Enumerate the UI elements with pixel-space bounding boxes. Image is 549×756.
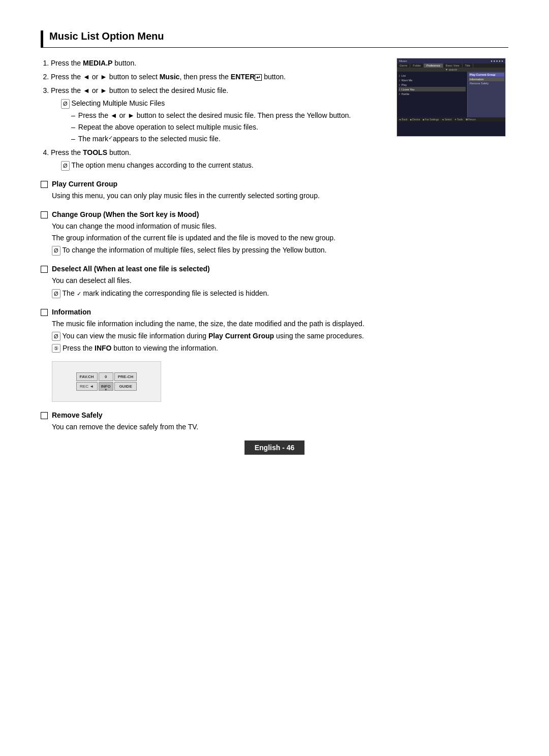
section-deselect-note-text: The ✓ mark indicating the corresponding …	[63, 288, 269, 299]
section-info-note2: ⑤ Press the INFO button to viewing the i…	[52, 343, 386, 354]
page-title: Music List Option Menu	[41, 30, 508, 48]
remote-row-2: REC ◄ INFO ▼ GUIDE	[76, 382, 137, 391]
section-play-body: Using this menu, you can only play music…	[41, 190, 386, 201]
step4-note: Ø The option menu changes according to t…	[61, 160, 386, 171]
section-remove-body: You can remove the device safely from th…	[41, 421, 386, 432]
tv-tab-folder: Folder	[410, 64, 424, 68]
steps-list: Press the MEDIA.P button. Press the ◄ or…	[41, 58, 386, 171]
tv-tab-title: Title	[463, 64, 473, 68]
section-change-title: Change Group (When the Sort key is Mood)	[52, 210, 199, 218]
step4-indent: Ø The option menu changes according to t…	[51, 160, 386, 171]
note-icon-1: ♪	[399, 74, 401, 77]
remote-prech: PRE-CH	[114, 372, 137, 381]
note-icon-info2: ⑤	[52, 344, 60, 353]
remote-0: 0	[99, 372, 113, 381]
selecting-note: Ø Selecting Multiple Music Files	[61, 98, 386, 109]
tv-header: Music ● ● ● ● ●	[397, 58, 505, 64]
note-icon-4: ♪	[399, 87, 401, 91]
section-info-title: Information	[52, 308, 91, 316]
tv-header-dots: ● ● ● ● ●	[491, 59, 503, 62]
info-note2-bold: INFO	[95, 344, 111, 352]
page-container: Music List Option Menu Press the MEDIA.P…	[0, 0, 549, 475]
remote-image: FAV.CH 0 PRE-CH REC ◄ INFO ▼ GUIDE	[52, 361, 161, 402]
tv-list-item-2: ♪Want Me	[399, 78, 466, 82]
step-4: Press the TOOLS button. Ø The option men…	[51, 147, 386, 171]
tv-footer: ◄ Back ■ Device ■ Fav Settings ◄ Select …	[397, 117, 505, 121]
tv-search-bar: ▼ search	[397, 68, 505, 72]
checkbox-info	[41, 309, 48, 316]
checkmark-symbol: ✓	[108, 134, 113, 144]
tv-footer-tools: ✦ Tools	[454, 118, 463, 121]
section-play-text: Using this menu, you can only play music…	[52, 190, 386, 201]
main-content: Press the MEDIA.P button. Press the ◄ or…	[41, 58, 508, 434]
text-content: Press the MEDIA.P button. Press the ◄ or…	[41, 58, 386, 434]
tv-tab-preference: Preference	[424, 64, 443, 68]
section-change-body: You can change the mood information of m…	[41, 220, 386, 256]
right-image-area: Music ● ● ● ● ● Genre Folder Preference …	[396, 58, 508, 434]
section-play-title: Play Current Group	[52, 180, 117, 188]
footer-english-label: English - 46	[245, 440, 305, 455]
tv-menu: Play Current Group Information Remove Sa…	[467, 72, 505, 117]
step1-media-bold: MEDIA.P	[83, 59, 112, 67]
info-note1-bold: Play Current Group	[208, 332, 274, 340]
section-deselect-body: You can deselect all files. Ø The ✓ mark…	[41, 275, 386, 298]
note-icon-change: Ø	[52, 246, 60, 256]
section-remove-text: You can remove the device safely from th…	[52, 421, 386, 432]
section-info-note2-text: Press the INFO button to viewing the inf…	[63, 343, 218, 354]
note-icon-step4: Ø	[61, 161, 70, 171]
note-icon-2: ♪	[399, 78, 401, 82]
step4-note-text: The option menu changes according to the…	[72, 160, 254, 171]
dash-item-1: Press the ◄ or ► button to select the de…	[61, 110, 386, 121]
checkbox-remove	[41, 412, 48, 419]
tv-menu-item-remove: Remove Safely	[469, 81, 504, 85]
step4-tools-bold: TOOLS	[83, 148, 107, 156]
remote-row-1: FAV.CH 0 PRE-CH	[76, 372, 137, 381]
section-deselect-note: Ø The ✓ mark indicating the correspondin…	[52, 288, 386, 299]
checkmark-deselect: ✓	[77, 291, 81, 297]
checkbox-deselect	[41, 266, 48, 273]
remote-rec: REC ◄	[76, 382, 98, 391]
tv-footer-select: ◄ Select	[441, 118, 451, 121]
tv-list-item-1: ♪List	[399, 73, 466, 78]
section-change-note-text: To change the information of multiple fi…	[63, 245, 327, 256]
step-1: Press the MEDIA.P button.	[51, 58, 386, 69]
section-deselect-header: Deselect All (When at least one file is …	[41, 265, 386, 273]
tv-footer-device: ■ Device	[410, 118, 420, 121]
tv-screen: Music ● ● ● ● ● Genre Folder Preference …	[396, 58, 506, 137]
note-icon-3: ♪	[399, 83, 401, 86]
section-remove-title: Remove Safely	[52, 411, 103, 419]
checkbox-change	[41, 211, 48, 218]
section-change-text1: You can change the mood information of m…	[52, 220, 386, 232]
section-play-current-group-header: Play Current Group	[41, 180, 386, 188]
footer-bar: English - 46	[0, 440, 549, 455]
section-info-note1-text: You can view the music file information …	[63, 331, 364, 341]
note-icon-5: ♪	[399, 92, 401, 96]
step3-indent: Ø Selecting Multiple Music Files Press t…	[51, 98, 386, 144]
note-icon-deselect: Ø	[52, 289, 60, 299]
tv-tab-basicview: Basic View	[443, 64, 463, 68]
remote-button-grid: FAV.CH 0 PRE-CH REC ◄ INFO ▼ GUIDE	[75, 371, 138, 392]
remote-favch: FAV.CH	[76, 372, 98, 381]
step2-music-bold: Music	[160, 73, 180, 81]
step-2: Press the ◄ or ► button to select Music,…	[51, 72, 386, 82]
tv-list-item-4: ♪I Love You	[399, 87, 466, 91]
tv-footer-return: ❺ Return	[466, 118, 476, 121]
remote-info-arrow: ▼	[104, 388, 107, 391]
section-remove-header: Remove Safely	[41, 411, 386, 419]
tv-footer-back: ◄ Back	[399, 118, 407, 121]
tv-footer-fav: ■ Fav Settings	[422, 118, 439, 121]
section-change-text2: The group information of the current fil…	[52, 232, 386, 243]
tv-menu-item-info: Information	[469, 77, 504, 81]
section-deselect-title: Deselect All (When at least one file is …	[52, 265, 210, 273]
tv-tabs: Genre Folder Preference Basic View Title	[397, 64, 505, 68]
dash-item-2: Repeat the above operation to select mul…	[61, 122, 386, 133]
tv-list-item-3: ♪Play	[399, 82, 466, 87]
tv-tab-genre: Genre	[397, 64, 410, 68]
section-info-text: The music file information including the…	[52, 318, 386, 329]
note-icon-info1: Ø	[52, 332, 60, 341]
step-3: Press the ◄ or ► button to select the de…	[51, 85, 386, 144]
section-deselect-text: You can deselect all files.	[52, 275, 386, 286]
checkbox-play	[41, 181, 48, 188]
tv-list-item-5: ♪Harlite	[399, 91, 466, 96]
selecting-label: Selecting Multiple Music Files	[72, 98, 165, 109]
